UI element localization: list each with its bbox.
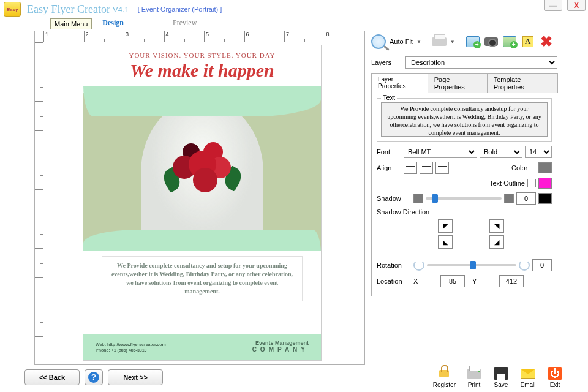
app-version: V4.1 <box>113 5 129 14</box>
shadow-direction-grid: ◤ ◥ ◣ ◢ <box>438 219 552 249</box>
align-center-button[interactable] <box>420 162 433 174</box>
text-input[interactable]: We Provide complete consultancy andsetup… <box>381 102 548 137</box>
zoom-autofit[interactable]: Auto Fit <box>390 38 413 45</box>
add-image-button[interactable]: + <box>466 35 480 48</box>
font-label: Font <box>377 148 401 156</box>
back-button[interactable]: << Back <box>24 369 80 385</box>
rotate-cw-icon[interactable] <box>519 260 530 271</box>
layers-label: Layers <box>371 59 401 66</box>
dir-sw-button[interactable]: ◣ <box>438 235 453 249</box>
tab-design[interactable]: Design <box>102 18 124 28</box>
outline-color-swatch[interactable] <box>538 178 552 189</box>
add-picture-button[interactable]: + <box>502 35 517 48</box>
flyer-footer: Web: http://www.flyerscreator.com Phone:… <box>83 334 321 360</box>
help-button[interactable]: ? <box>85 369 103 385</box>
dir-ne-button[interactable]: ◥ <box>489 219 504 233</box>
align-label: Align <box>377 164 401 172</box>
toolbar: Auto Fit ▼ ▼ + + A ✖ <box>371 31 557 53</box>
email-button[interactable]: Email <box>519 366 537 388</box>
next-button[interactable]: Next >> <box>108 369 163 385</box>
envelope-icon <box>521 369 535 379</box>
flyer-tagline: YOUR VISION. YOUR STYLE. YOUR DAY <box>83 45 321 60</box>
tab-page-properties[interactable]: Page Properties <box>428 73 488 93</box>
rotation-label: Rotation <box>377 262 411 269</box>
help-icon: ? <box>88 372 99 383</box>
print-button[interactable] <box>432 35 447 48</box>
app-title: Easy Flyer Creator <box>27 3 110 16</box>
text-outline-label: Text Outline <box>489 179 525 187</box>
layers-select[interactable]: Description <box>405 56 557 69</box>
property-tabs: Layer Properties Page Properties Templat… <box>371 72 557 93</box>
shadow-label: Shadow <box>377 195 411 202</box>
tab-preview[interactable]: Preview <box>173 18 197 28</box>
flyer-web: Web: http://www.flyerscreator.com <box>96 342 166 347</box>
flyer-company-sub: COMPANY <box>252 346 309 353</box>
layer-properties-panel: Text We Provide complete consultancy and… <box>371 93 557 296</box>
rotation-slider[interactable] <box>427 264 516 266</box>
close-button[interactable]: X <box>567 0 586 11</box>
shadow-end-icon <box>504 194 514 203</box>
location-x-input[interactable] <box>440 275 465 287</box>
text-outline-checkbox[interactable] <box>527 179 536 187</box>
print-action-button[interactable]: Print <box>466 366 483 388</box>
flyer-phone: Phone: +1 (586) 486-3310 <box>96 347 166 353</box>
minimize-button[interactable]: — <box>544 0 562 11</box>
power-icon: ⏻ <box>548 367 562 380</box>
location-label: Location <box>377 277 411 285</box>
x-label: X <box>413 277 438 285</box>
align-left-button[interactable] <box>404 162 417 174</box>
flyer-page[interactable]: YOUR VISION. YOUR STYLE. YOUR DAY We mak… <box>83 45 322 361</box>
flyer-headline: We make it happen <box>83 60 321 81</box>
zoom-icon[interactable] <box>371 34 386 49</box>
shadow-start-icon <box>413 194 423 203</box>
location-y-input[interactable] <box>499 275 524 287</box>
canvas[interactable]: YOUR VISION. YOUR STYLE. YOUR DAY We mak… <box>43 42 361 361</box>
text-group-label: Text <box>381 94 397 101</box>
font-weight-select[interactable]: Bold <box>480 146 522 158</box>
app-logo-icon: Easy <box>4 2 21 17</box>
flyer-company: Events Management <box>252 340 309 346</box>
tab-layer-properties[interactable]: Layer Properties <box>371 73 428 93</box>
rotate-ccw-icon[interactable] <box>413 260 424 271</box>
ruler-horizontal: 12345678 <box>43 31 364 42</box>
printer-icon <box>467 369 481 379</box>
title-bar: Easy Easy Flyer Creator V4.1 [ Event Org… <box>0 0 588 18</box>
canvas-panel: 12345678 YOUR VISION. YOUR STYLE. YOUR D… <box>34 31 365 365</box>
document-subtitle: [ Event Organizer (Portrait) ] <box>138 6 222 13</box>
delete-button[interactable]: ✖ <box>539 35 554 48</box>
flyer-description: We Provide complete consultancy and setu… <box>102 256 303 301</box>
print-dropdown-icon[interactable]: ▼ <box>450 39 455 45</box>
align-right-button[interactable] <box>435 162 449 174</box>
font-size-select[interactable]: 14 <box>525 146 552 158</box>
zoom-dropdown-icon[interactable]: ▼ <box>417 39 421 45</box>
ruler-vertical <box>35 42 43 364</box>
exit-button[interactable]: ⏻Exit <box>546 366 564 388</box>
register-button[interactable]: Register <box>433 366 456 388</box>
font-select[interactable]: Bell MT <box>404 146 477 158</box>
flyer-image <box>83 86 321 251</box>
shadow-direction-label: Shadow Direction <box>377 208 438 216</box>
main-menu-tooltip: Main Menu <box>50 18 92 29</box>
shadow-slider[interactable] <box>426 197 502 200</box>
lock-icon <box>439 370 449 377</box>
save-button[interactable]: Save <box>492 366 510 388</box>
shadow-color-swatch[interactable] <box>538 193 552 204</box>
add-text-button[interactable]: A <box>521 35 535 48</box>
tab-template-properties[interactable]: Template Properties <box>487 73 558 93</box>
dir-nw-button[interactable]: ◤ <box>438 219 453 233</box>
add-camera-button[interactable] <box>484 35 499 48</box>
floppy-icon <box>494 367 508 380</box>
bottom-bar: << Back ? Next >> Register Print Save Em… <box>24 364 564 391</box>
color-swatch[interactable] <box>538 162 552 173</box>
properties-panel: Auto Fit ▼ ▼ + + A ✖ Layers Description … <box>371 31 557 359</box>
shadow-value[interactable] <box>516 192 536 205</box>
y-label: Y <box>472 277 497 285</box>
dir-se-button[interactable]: ◢ <box>489 235 504 249</box>
rotation-value[interactable] <box>532 259 552 271</box>
color-label: Color <box>511 164 536 172</box>
